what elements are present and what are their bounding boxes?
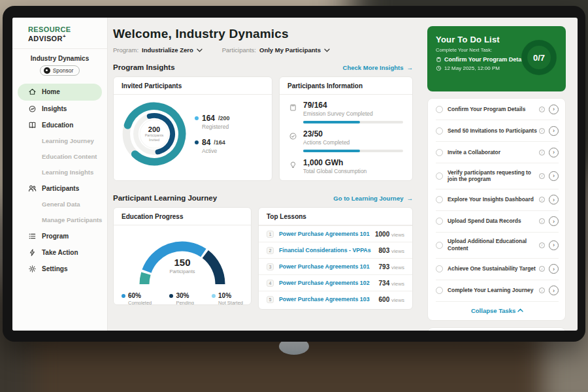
donut-center-label: 200 Participants Invited <box>120 100 188 168</box>
journey-cards-row: Education Progress 150 Participants <box>113 207 413 310</box>
todo-item: Invite a Collaborator i › <box>436 142 559 163</box>
todo-item: Confirm Your Program Details i › <box>436 99 559 120</box>
monitor-bezel: RESOURCE ADVISOR+ Industry Dynamics Spon… <box>3 6 585 342</box>
info-icon[interactable]: i <box>539 266 545 272</box>
info-icon[interactable]: i <box>539 287 545 293</box>
todo-hero-card: Your To Do List Complete Your Next Task:… <box>427 26 566 91</box>
education-legend: 60% Completed 30% Pending 10% Not Starte… <box>114 289 251 305</box>
sidebar-item-general-data[interactable]: General Data <box>12 197 107 212</box>
section-title: Program Insights <box>113 63 175 71</box>
task-checkbox[interactable] <box>436 196 443 203</box>
recent-news-card: Recent News <box>427 327 566 331</box>
todo-item: Achieve One Sustainability Target i › <box>436 259 559 280</box>
education-progress-card: Education Progress 150 Participants <box>113 207 252 305</box>
sidebar-item-participants[interactable]: Participants <box>12 180 107 197</box>
check-more-insights-link[interactable]: Check More Insights → <box>343 64 413 71</box>
info-icon[interactable]: i <box>539 150 545 155</box>
clipboard-icon <box>289 103 297 112</box>
participants-dropdown[interactable]: Participants: Only My Participants <box>222 46 330 54</box>
collapse-tasks-link[interactable]: Collapse Tasks <box>436 302 559 319</box>
chevron-down-icon <box>324 48 330 52</box>
task-chevron-button[interactable]: › <box>549 195 559 204</box>
task-checkbox[interactable] <box>436 172 443 180</box>
info-icon[interactable]: i <box>539 197 545 203</box>
arrow-right-icon: → <box>407 195 414 202</box>
task-checkbox[interactable] <box>436 127 443 135</box>
task-chevron-button[interactable]: › <box>549 148 559 157</box>
lesson-link[interactable]: Power Purchase Agreements 101 <box>279 231 370 237</box>
info-row-actions: 23/50 Actions Completed <box>280 123 412 152</box>
legend-completed: 60% Completed <box>122 292 152 305</box>
task-chevron-button[interactable]: › <box>549 216 559 226</box>
sidebar-item-manage-participants[interactable]: Manage Participants <box>12 212 107 228</box>
rank-badge: 1 <box>267 231 274 238</box>
task-chevron-button[interactable]: › <box>549 240 559 250</box>
actions-progress-bar <box>303 150 403 152</box>
main-content: Welcome, Industry Dynamics Program: Indu… <box>108 18 419 331</box>
divider <box>12 48 107 49</box>
page-title: Welcome, Industry Dynamics <box>113 27 413 41</box>
task-checkbox[interactable] <box>436 149 443 156</box>
lightbulb-icon <box>289 160 297 170</box>
info-icon[interactable]: i <box>539 106 545 112</box>
lesson-row: 3 Power Purchase Agreements 101 793 view… <box>259 258 412 274</box>
task-chevron-button[interactable]: › <box>549 171 559 181</box>
views-count: 1000 views <box>375 231 404 238</box>
dashboard-screen: RESOURCE ADVISOR+ Industry Dynamics Spon… <box>12 18 578 331</box>
app-logo: RESOURCE ADVISOR+ <box>12 24 107 42</box>
info-icon[interactable]: i <box>539 173 545 179</box>
people-icon <box>28 184 37 193</box>
book-icon <box>28 121 37 129</box>
sidebar-item-education[interactable]: Education <box>12 117 107 133</box>
lesson-link[interactable]: Power Purchase Agreements 101 <box>279 263 374 270</box>
rank-badge: 2 <box>267 247 274 254</box>
task-checkbox[interactable] <box>436 106 443 113</box>
task-chevron-button[interactable]: › <box>549 126 559 136</box>
survey-progress-bar <box>303 121 403 123</box>
clock-icon <box>436 65 442 71</box>
info-icon[interactable]: i <box>539 242 545 248</box>
sidebar: RESOURCE ADVISOR+ Industry Dynamics Spon… <box>12 18 108 331</box>
insights-cards-row: Invited Participants <box>113 76 413 181</box>
pending-dot <box>169 294 173 298</box>
lesson-link[interactable]: Power Purchase Agreements 103 <box>279 296 374 302</box>
gear-icon <box>28 265 37 273</box>
sidebar-item-learning-insights[interactable]: Learning Insights <box>12 165 107 180</box>
gauge-center-label: 150 Participants <box>127 257 238 274</box>
sidebar-item-insights[interactable]: Insights <box>12 101 107 117</box>
info-icon[interactable]: i <box>539 128 545 134</box>
home-icon <box>28 88 37 96</box>
sidebar-item-settings[interactable]: Settings <box>12 261 107 277</box>
participants-information-card: Participants Information 79/164 Emission… <box>279 76 413 181</box>
org-name: Industry Dynamics <box>12 55 107 62</box>
lesson-link[interactable]: Financial Considerations - VPPAs <box>279 247 374 253</box>
rank-badge: 5 <box>267 296 274 303</box>
task-chevron-button[interactable]: › <box>549 105 559 114</box>
task-checkbox[interactable] <box>436 287 443 294</box>
program-dropdown[interactable]: Program: Industrialize Zero <box>113 46 203 54</box>
task-checkbox[interactable] <box>436 218 443 225</box>
lesson-link[interactable]: Power Purchase Agreements 102 <box>279 280 374 286</box>
registered-dot <box>195 116 199 120</box>
top-lessons-card: Top Lessons 1 Power Purchase Agreements … <box>258 207 413 310</box>
lesson-row: 4 Power Purchase Agreements 102 734 view… <box>259 274 412 291</box>
task-checkbox[interactable] <box>436 242 443 249</box>
task-checkbox[interactable] <box>436 265 443 272</box>
sidebar-item-program[interactable]: Program <box>12 228 107 244</box>
chevron-up-icon <box>517 308 523 312</box>
todo-item: Complete Your Learning Journey i › <box>436 280 559 302</box>
sidebar-item-learning-journey[interactable]: Learning Journey <box>12 133 107 149</box>
sidebar-item-take-action[interactable]: Take Action <box>12 244 107 261</box>
task-chevron-button[interactable]: › <box>549 286 559 295</box>
lesson-row: 5 Power Purchase Agreements 103 600 view… <box>259 291 412 307</box>
chevron-down-icon <box>197 48 203 52</box>
views-count: 793 views <box>379 263 404 270</box>
task-chevron-button[interactable]: › <box>549 264 559 274</box>
go-to-learning-journey-link[interactable]: Go to Learning Journey → <box>333 195 413 202</box>
insights-icon <box>28 105 37 113</box>
views-count: 803 views <box>379 247 404 254</box>
sidebar-item-education-content[interactable]: Education Content <box>12 149 107 165</box>
todo-tasks-card: Confirm Your Program Details i › Send 50… <box>427 98 566 321</box>
sidebar-item-home[interactable]: Home <box>18 84 102 101</box>
info-icon[interactable]: i <box>539 218 545 224</box>
